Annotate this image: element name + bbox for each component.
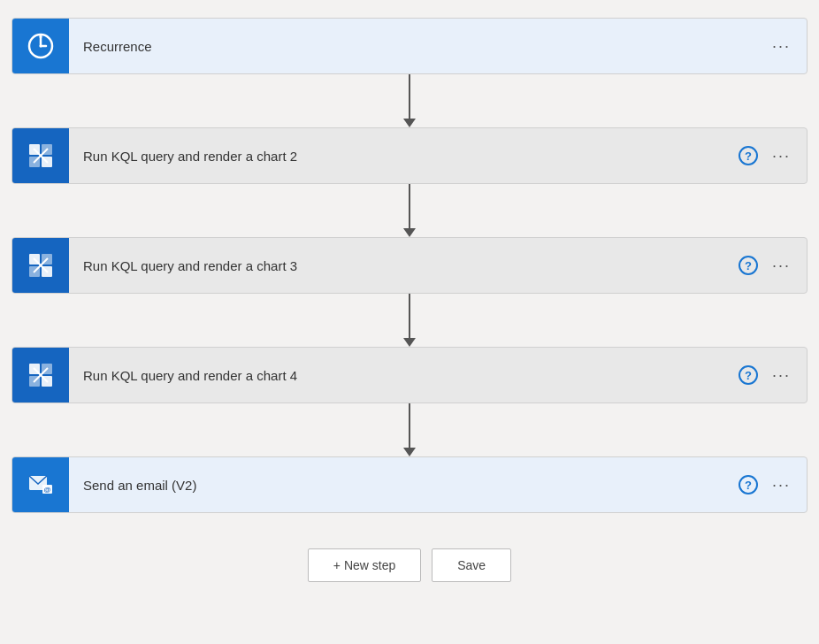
arrow-connector-2	[403, 184, 416, 237]
more-options-button[interactable]: ···	[767, 143, 796, 169]
step-kql2-label: Run KQL query and render a chart 2	[69, 149, 739, 164]
step-email-actions: ? ···	[739, 472, 807, 498]
help-button[interactable]: ?	[739, 146, 758, 165]
clock-icon	[27, 32, 55, 60]
kql3-icon-bg	[12, 237, 69, 294]
help-button[interactable]: ?	[739, 365, 758, 385]
more-options-button[interactable]: ···	[767, 34, 796, 59]
arrow-line	[409, 74, 410, 119]
step-recurrence-actions: ···	[767, 34, 807, 59]
recurrence-icon-bg	[12, 18, 69, 74]
step-kql2-actions: ? ···	[739, 143, 807, 169]
arrow-head	[403, 228, 416, 237]
arrow-connector-1	[403, 74, 416, 127]
step-recurrence[interactable]: Recurrence ···	[11, 18, 808, 74]
arrow-connector-3	[403, 294, 416, 347]
more-options-button[interactable]: ···	[767, 253, 796, 279]
svg-rect-4	[40, 34, 42, 38]
email-icon: @	[27, 471, 55, 499]
new-step-button[interactable]: + New step	[308, 548, 421, 582]
kql-icon	[27, 361, 55, 389]
arrow-head	[403, 338, 416, 347]
arrow-head	[403, 119, 416, 127]
help-button[interactable]: ?	[739, 256, 758, 275]
step-kql4[interactable]: Run KQL query and render a chart 4 ? ···	[11, 347, 808, 403]
email-icon-bg: @	[12, 456, 69, 513]
bottom-actions: + New step Save	[308, 548, 511, 582]
more-options-button[interactable]: ···	[767, 472, 796, 498]
arrow-line	[409, 184, 410, 229]
step-recurrence-label: Recurrence	[69, 39, 767, 54]
save-button[interactable]: Save	[432, 548, 511, 582]
kql4-icon-bg	[12, 347, 69, 403]
svg-point-3	[40, 45, 42, 48]
help-button[interactable]: ?	[739, 475, 758, 494]
step-kql3-actions: ? ···	[739, 253, 807, 279]
more-options-button[interactable]: ···	[767, 363, 796, 388]
step-kql4-label: Run KQL query and render a chart 4	[69, 368, 739, 383]
arrow-connector-4	[403, 403, 416, 456]
arrow-line	[409, 403, 410, 448]
step-kql3-label: Run KQL query and render a chart 3	[69, 258, 739, 273]
flow-canvas: Recurrence ··· Run KQL query and render …	[11, 18, 808, 582]
kql-icon	[27, 142, 55, 170]
step-kql2[interactable]: Run KQL query and render a chart 2 ? ···	[11, 127, 808, 184]
step-kql3[interactable]: Run KQL query and render a chart 3 ? ···	[11, 237, 808, 294]
kql2-icon-bg	[12, 127, 69, 184]
arrow-line	[409, 294, 410, 339]
step-email[interactable]: @ Send an email (V2) ? ···	[11, 456, 808, 513]
kql-icon	[27, 251, 55, 280]
svg-text:@: @	[44, 486, 51, 494]
step-kql4-actions: ? ···	[739, 363, 807, 388]
arrow-head	[403, 448, 416, 456]
step-email-label: Send an email (V2)	[69, 478, 739, 493]
